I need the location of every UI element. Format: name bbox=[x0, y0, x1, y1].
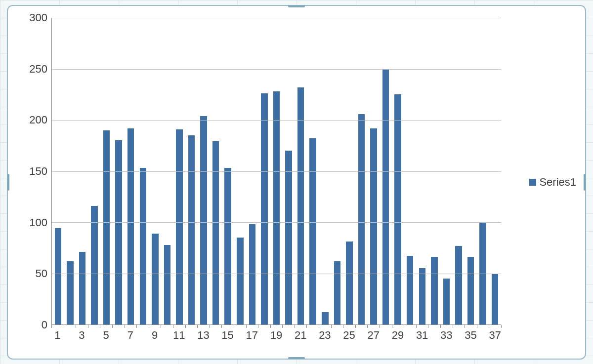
x-tick-mark bbox=[501, 325, 502, 328]
bar[interactable] bbox=[407, 256, 414, 324]
x-tick-label: 21 bbox=[295, 329, 306, 342]
bar[interactable] bbox=[55, 228, 62, 324]
x-tick-mark bbox=[404, 325, 404, 328]
bar[interactable] bbox=[103, 130, 110, 324]
chart-object[interactable]: 050100150200250300 135791113151719212325… bbox=[7, 5, 586, 360]
x-tick-mark bbox=[76, 325, 76, 328]
x-tick-mark bbox=[453, 325, 453, 328]
x-tick-label: 1 bbox=[54, 329, 60, 342]
bar[interactable] bbox=[431, 257, 438, 324]
x-tick-label: 27 bbox=[368, 329, 380, 342]
plot-area[interactable] bbox=[51, 18, 501, 325]
y-tick-label: 200 bbox=[29, 114, 47, 126]
x-tick-mark bbox=[100, 325, 100, 328]
bar[interactable] bbox=[200, 116, 207, 324]
x-axis: 135791113151719212325272931333537 bbox=[51, 325, 501, 347]
x-tick-mark bbox=[380, 325, 380, 328]
bar[interactable] bbox=[237, 238, 244, 324]
x-tick-mark bbox=[161, 325, 161, 328]
bar[interactable] bbox=[309, 138, 316, 324]
bar[interactable] bbox=[322, 312, 329, 324]
legend[interactable]: Series1 bbox=[529, 176, 576, 189]
gridline bbox=[52, 69, 501, 70]
bar[interactable] bbox=[140, 168, 147, 324]
bar[interactable] bbox=[394, 94, 401, 324]
bar[interactable] bbox=[176, 129, 183, 324]
resize-handle-top[interactable] bbox=[288, 5, 305, 7]
legend-label-series1: Series1 bbox=[539, 176, 576, 189]
x-tick-mark bbox=[428, 325, 428, 328]
x-tick-label: 9 bbox=[152, 329, 158, 342]
x-tick-mark bbox=[246, 325, 247, 328]
x-tick-label: 37 bbox=[489, 329, 501, 342]
x-tick-mark bbox=[440, 325, 441, 328]
bar[interactable] bbox=[467, 257, 474, 324]
x-tick-label: 25 bbox=[343, 329, 355, 342]
gridline bbox=[52, 222, 501, 223]
bar[interactable] bbox=[261, 93, 268, 324]
bar[interactable] bbox=[492, 274, 499, 325]
gridline bbox=[52, 18, 501, 18]
x-tick-mark bbox=[477, 325, 477, 328]
x-tick-mark bbox=[210, 325, 210, 328]
x-tick-mark bbox=[465, 325, 465, 328]
gridline bbox=[52, 120, 501, 121]
x-tick-label: 31 bbox=[416, 329, 428, 342]
x-tick-label: 17 bbox=[246, 329, 258, 342]
y-tick-label: 0 bbox=[42, 319, 47, 331]
x-tick-mark bbox=[125, 325, 125, 328]
x-tick-mark bbox=[112, 325, 113, 328]
bar[interactable] bbox=[455, 246, 462, 324]
legend-swatch-series1 bbox=[529, 179, 536, 186]
x-tick-label: 29 bbox=[392, 329, 404, 342]
x-tick-label: 19 bbox=[270, 329, 282, 342]
x-tick-label: 3 bbox=[79, 329, 85, 342]
resize-handle-right[interactable] bbox=[584, 174, 586, 191]
y-tick-label: 150 bbox=[29, 165, 47, 178]
bar[interactable] bbox=[297, 87, 304, 324]
bar[interactable] bbox=[249, 224, 256, 324]
bar[interactable] bbox=[67, 261, 74, 324]
x-tick-mark bbox=[197, 325, 198, 328]
gridline bbox=[52, 171, 501, 172]
x-tick-label: 11 bbox=[173, 329, 185, 342]
resize-handle-left[interactable] bbox=[7, 174, 9, 191]
x-tick-mark bbox=[88, 325, 88, 328]
bar[interactable] bbox=[382, 69, 389, 325]
x-tick-mark bbox=[282, 325, 283, 328]
bar[interactable] bbox=[152, 234, 159, 324]
gridline bbox=[52, 274, 501, 274]
resize-handle-bottom[interactable] bbox=[288, 357, 305, 359]
x-tick-mark bbox=[149, 325, 149, 328]
bar[interactable] bbox=[346, 242, 353, 324]
bar[interactable] bbox=[115, 140, 122, 324]
bar[interactable] bbox=[127, 128, 134, 324]
x-tick-mark bbox=[392, 325, 392, 328]
bar[interactable] bbox=[334, 261, 341, 324]
bar[interactable] bbox=[164, 245, 171, 324]
bar[interactable] bbox=[273, 91, 280, 324]
y-axis: 050100150200250300 bbox=[23, 18, 51, 325]
x-tick-label: 15 bbox=[221, 329, 233, 342]
x-tick-mark bbox=[355, 325, 356, 328]
y-tick-label: 50 bbox=[36, 267, 47, 280]
x-tick-mark bbox=[51, 325, 52, 328]
bar[interactable] bbox=[443, 279, 450, 324]
bar[interactable] bbox=[212, 141, 219, 324]
bar[interactable] bbox=[358, 114, 365, 324]
bar[interactable] bbox=[419, 268, 426, 324]
x-tick-mark bbox=[295, 325, 295, 328]
x-tick-label: 13 bbox=[197, 329, 209, 342]
bar[interactable] bbox=[79, 252, 86, 324]
bar[interactable] bbox=[188, 135, 195, 324]
bar[interactable] bbox=[224, 168, 231, 324]
y-tick-label: 300 bbox=[29, 11, 47, 24]
bar[interactable] bbox=[91, 206, 98, 324]
x-tick-label: 5 bbox=[103, 329, 109, 342]
x-tick-label: 35 bbox=[465, 329, 476, 342]
bar[interactable] bbox=[285, 151, 292, 324]
bar[interactable] bbox=[370, 128, 377, 324]
y-tick-label: 100 bbox=[29, 216, 47, 229]
x-tick-mark bbox=[221, 325, 222, 328]
x-tick-mark bbox=[258, 325, 258, 328]
